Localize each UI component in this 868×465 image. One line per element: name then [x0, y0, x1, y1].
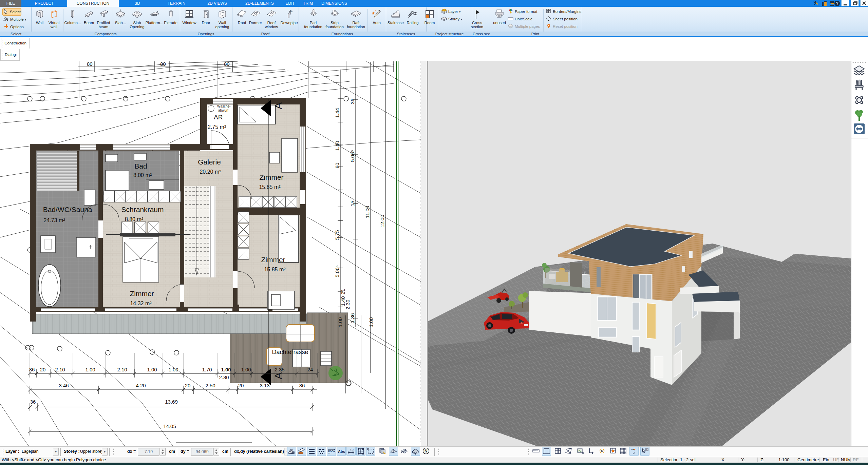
- svg-text:80: 80: [87, 61, 93, 67]
- svg-text:Zimmer: Zimmer: [259, 173, 283, 181]
- svg-text:15.85 m²: 15.85 m²: [259, 184, 281, 190]
- svg-text:4.20: 4.20: [136, 383, 146, 388]
- svg-text:5.06⁵: 5.06⁵: [350, 150, 355, 162]
- svg-text:80: 80: [160, 61, 166, 67]
- svg-text:1.36: 1.36: [350, 313, 355, 323]
- svg-text:21: 21: [340, 289, 346, 295]
- svg-text:Schrankraum: Schrankraum: [121, 206, 164, 213]
- svg-text:1.00: 1.00: [168, 367, 178, 372]
- svg-text:1.00: 1.00: [221, 367, 231, 372]
- svg-text:8.00 m²: 8.00 m²: [133, 172, 152, 178]
- svg-text:ROOM: ROOM: [328, 450, 335, 452]
- svg-text:36: 36: [299, 383, 305, 388]
- svg-text:Wäsche-: Wäsche-: [217, 104, 230, 108]
- svg-text:20: 20: [185, 383, 191, 388]
- svg-text:20: 20: [238, 383, 244, 388]
- svg-text:24.73 m²: 24.73 m²: [43, 217, 65, 223]
- svg-text:1.00: 1.00: [147, 367, 157, 372]
- svg-text:24: 24: [307, 367, 313, 372]
- svg-text:13.69: 13.69: [165, 399, 178, 405]
- svg-text:Bad/WC/Sauna: Bad/WC/Sauna: [43, 206, 92, 213]
- svg-text:5.06⁵: 5.06⁵: [334, 265, 340, 277]
- svg-text:1.40: 1.40: [334, 141, 340, 151]
- svg-text:2.30: 2.30: [345, 299, 351, 309]
- svg-text:14.05: 14.05: [163, 423, 176, 429]
- svg-text:abwurf: abwurf: [218, 109, 228, 112]
- svg-text:3.13: 3.13: [260, 383, 269, 388]
- svg-text:2.50: 2.50: [205, 383, 215, 388]
- svg-text:Zimmer: Zimmer: [130, 290, 154, 297]
- svg-text:1.00: 1.00: [337, 317, 343, 327]
- svg-text:2.75 m²: 2.75 m²: [208, 124, 226, 130]
- svg-text:36: 36: [30, 399, 36, 405]
- svg-text:15.85 m²: 15.85 m²: [264, 267, 286, 272]
- svg-text:3.46: 3.46: [59, 383, 69, 388]
- svg-text:36: 36: [350, 99, 355, 104]
- svg-text:14.32 m²: 14.32 m²: [130, 301, 152, 306]
- svg-text:5.75: 5.75: [334, 230, 340, 240]
- svg-text:1.00: 1.00: [241, 367, 251, 372]
- svg-text:1.00: 1.00: [85, 367, 95, 372]
- svg-text:1.00: 1.00: [368, 317, 374, 327]
- svg-text:2.30: 2.30: [219, 374, 229, 380]
- svg-text:Dachterrasse: Dachterrasse: [272, 349, 308, 355]
- svg-text:2.35: 2.35: [275, 367, 284, 372]
- svg-text:?: ?: [836, 1, 838, 6]
- svg-text:12.00: 12.00: [379, 215, 385, 228]
- svg-text:Bad: Bad: [134, 162, 147, 170]
- svg-text:A: A: [272, 102, 284, 109]
- svg-text:15: 15: [350, 201, 355, 207]
- svg-text:20: 20: [40, 367, 46, 372]
- svg-text:80: 80: [334, 163, 340, 169]
- svg-text:1.70: 1.70: [202, 367, 212, 372]
- svg-text:Abc: Abc: [338, 449, 345, 453]
- svg-text:2.10: 2.10: [117, 367, 127, 372]
- svg-text:Galerie: Galerie: [198, 158, 221, 166]
- svg-text:2.10: 2.10: [55, 367, 65, 372]
- svg-text:1.44: 1.44: [334, 108, 340, 118]
- svg-text:20.20 m²: 20.20 m²: [200, 169, 221, 175]
- svg-text:1.2: 1.2: [350, 448, 354, 451]
- svg-text:N: N: [424, 449, 428, 453]
- svg-text:AR: AR: [214, 114, 223, 121]
- svg-text:8.80 m²: 8.80 m²: [125, 216, 144, 222]
- svg-text:80: 80: [224, 61, 230, 67]
- svg-text:11.00: 11.00: [364, 206, 370, 218]
- svg-text:Zimmer: Zimmer: [261, 256, 285, 264]
